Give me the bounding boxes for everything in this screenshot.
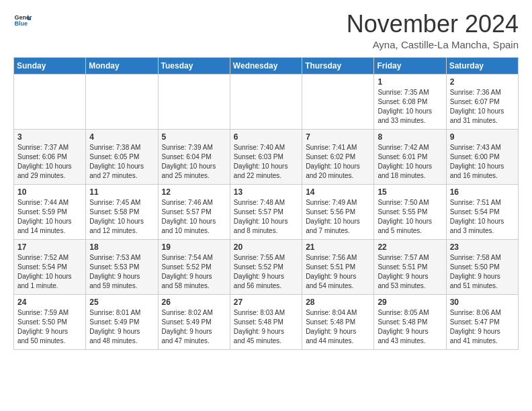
weekday-header-sunday: Sunday [14, 57, 86, 74]
day-number: 18 [89, 242, 154, 252]
calendar-cell: 3Sunrise: 7:37 AM Sunset: 6:06 PM Daylig… [14, 129, 86, 184]
calendar-cell: 15Sunrise: 7:50 AM Sunset: 5:55 PM Dayli… [374, 184, 446, 239]
calendar-cell [158, 74, 230, 129]
day-number: 19 [162, 242, 226, 252]
title-block: November 2024 Ayna, Castille-La Mancha, … [347, 11, 519, 50]
weekday-header-thursday: Thursday [302, 57, 374, 74]
day-number: 12 [162, 187, 226, 197]
day-number: 8 [378, 132, 442, 142]
weekday-header-saturday: Saturday [446, 57, 518, 74]
day-number: 25 [89, 298, 154, 307]
calendar-cell: 12Sunrise: 7:46 AM Sunset: 5:57 PM Dayli… [158, 184, 230, 239]
day-number: 24 [17, 298, 82, 307]
day-info: Sunrise: 8:04 AM Sunset: 5:48 PM Dayligh… [306, 308, 370, 346]
day-number: 13 [234, 187, 298, 197]
day-info: Sunrise: 7:48 AM Sunset: 5:57 PM Dayligh… [234, 198, 298, 236]
day-number: 2 [450, 77, 515, 87]
day-number: 28 [306, 298, 370, 307]
day-info: Sunrise: 7:42 AM Sunset: 6:01 PM Dayligh… [378, 143, 442, 181]
calendar-cell: 20Sunrise: 7:55 AM Sunset: 5:52 PM Dayli… [230, 239, 302, 294]
day-info: Sunrise: 7:38 AM Sunset: 6:05 PM Dayligh… [89, 143, 154, 181]
weekday-header-tuesday: Tuesday [158, 57, 230, 74]
day-number: 21 [306, 242, 370, 252]
day-number: 4 [89, 132, 154, 142]
day-number: 22 [378, 242, 442, 252]
calendar-cell: 22Sunrise: 7:57 AM Sunset: 5:51 PM Dayli… [374, 239, 446, 294]
day-number: 20 [234, 242, 298, 252]
calendar-cell [14, 74, 86, 129]
calendar-cell: 2Sunrise: 7:36 AM Sunset: 6:07 PM Daylig… [446, 74, 518, 129]
day-number: 14 [306, 187, 370, 197]
calendar-cell: 5Sunrise: 7:39 AM Sunset: 6:04 PM Daylig… [158, 129, 230, 184]
weekday-header-monday: Monday [86, 57, 158, 74]
calendar-cell: 25Sunrise: 8:01 AM Sunset: 5:49 PM Dayli… [86, 294, 158, 349]
calendar-cell: 23Sunrise: 7:58 AM Sunset: 5:50 PM Dayli… [446, 239, 518, 294]
calendar-cell: 28Sunrise: 8:04 AM Sunset: 5:48 PM Dayli… [302, 294, 374, 349]
day-info: Sunrise: 7:45 AM Sunset: 5:58 PM Dayligh… [89, 198, 154, 236]
calendar-cell [302, 74, 374, 129]
calendar-header-row: SundayMondayTuesdayWednesdayThursdayFrid… [14, 57, 519, 74]
day-number: 11 [89, 187, 154, 197]
calendar-cell: 6Sunrise: 7:40 AM Sunset: 6:03 PM Daylig… [230, 129, 302, 184]
page-container: General Blue November 2024 Ayna, Castill… [0, 0, 532, 357]
day-info: Sunrise: 7:50 AM Sunset: 5:55 PM Dayligh… [378, 198, 442, 236]
calendar-cell: 21Sunrise: 7:56 AM Sunset: 5:51 PM Dayli… [302, 239, 374, 294]
weekday-header-wednesday: Wednesday [230, 57, 302, 74]
calendar-cell: 17Sunrise: 7:52 AM Sunset: 5:54 PM Dayli… [14, 239, 86, 294]
day-info: Sunrise: 7:52 AM Sunset: 5:54 PM Dayligh… [17, 253, 82, 291]
calendar-cell: 10Sunrise: 7:44 AM Sunset: 5:59 PM Dayli… [14, 184, 86, 239]
day-info: Sunrise: 7:54 AM Sunset: 5:52 PM Dayligh… [162, 253, 226, 291]
calendar-cell [86, 74, 158, 129]
calendar-week-row: 24Sunrise: 7:59 AM Sunset: 5:50 PM Dayli… [14, 294, 519, 349]
day-info: Sunrise: 8:05 AM Sunset: 5:48 PM Dayligh… [378, 308, 442, 346]
calendar-cell: 16Sunrise: 7:51 AM Sunset: 5:54 PM Dayli… [446, 184, 518, 239]
day-number: 16 [450, 187, 515, 197]
calendar-week-row: 17Sunrise: 7:52 AM Sunset: 5:54 PM Dayli… [14, 239, 519, 294]
day-number: 10 [17, 187, 82, 197]
calendar-cell: 30Sunrise: 8:06 AM Sunset: 5:47 PM Dayli… [446, 294, 518, 349]
day-number: 17 [17, 242, 82, 252]
day-number: 3 [17, 132, 82, 142]
header: General Blue November 2024 Ayna, Castill… [13, 11, 519, 50]
day-info: Sunrise: 7:41 AM Sunset: 6:02 PM Dayligh… [306, 143, 370, 181]
calendar-week-row: 10Sunrise: 7:44 AM Sunset: 5:59 PM Dayli… [14, 184, 519, 239]
day-info: Sunrise: 8:02 AM Sunset: 5:49 PM Dayligh… [162, 308, 226, 346]
calendar-week-row: 1Sunrise: 7:35 AM Sunset: 6:08 PM Daylig… [14, 74, 519, 129]
logo: General Blue [13, 11, 32, 30]
day-number: 5 [162, 132, 226, 142]
day-number: 23 [450, 242, 515, 252]
day-info: Sunrise: 7:59 AM Sunset: 5:50 PM Dayligh… [17, 308, 82, 346]
calendar-cell: 8Sunrise: 7:42 AM Sunset: 6:01 PM Daylig… [374, 129, 446, 184]
month-title: November 2024 [347, 11, 519, 38]
day-info: Sunrise: 8:01 AM Sunset: 5:49 PM Dayligh… [89, 308, 154, 346]
day-info: Sunrise: 7:49 AM Sunset: 5:56 PM Dayligh… [306, 198, 370, 236]
day-number: 1 [378, 77, 442, 87]
subtitle: Ayna, Castille-La Mancha, Spain [347, 39, 519, 50]
calendar-table: SundayMondayTuesdayWednesdayThursdayFrid… [13, 57, 519, 350]
day-number: 6 [234, 132, 298, 142]
calendar-cell: 19Sunrise: 7:54 AM Sunset: 5:52 PM Dayli… [158, 239, 230, 294]
day-info: Sunrise: 7:40 AM Sunset: 6:03 PM Dayligh… [234, 143, 298, 181]
day-info: Sunrise: 7:37 AM Sunset: 6:06 PM Dayligh… [17, 143, 82, 181]
day-number: 15 [378, 187, 442, 197]
weekday-header-friday: Friday [374, 57, 446, 74]
calendar-week-row: 3Sunrise: 7:37 AM Sunset: 6:06 PM Daylig… [14, 129, 519, 184]
calendar-cell: 9Sunrise: 7:43 AM Sunset: 6:00 PM Daylig… [446, 129, 518, 184]
svg-text:Blue: Blue [14, 20, 28, 27]
day-number: 27 [234, 298, 298, 307]
day-info: Sunrise: 7:35 AM Sunset: 6:08 PM Dayligh… [378, 88, 442, 126]
day-info: Sunrise: 7:56 AM Sunset: 5:51 PM Dayligh… [306, 253, 370, 291]
day-number: 26 [162, 298, 226, 307]
calendar-cell: 14Sunrise: 7:49 AM Sunset: 5:56 PM Dayli… [302, 184, 374, 239]
day-info: Sunrise: 8:03 AM Sunset: 5:48 PM Dayligh… [234, 308, 298, 346]
calendar-cell: 11Sunrise: 7:45 AM Sunset: 5:58 PM Dayli… [86, 184, 158, 239]
calendar-cell: 4Sunrise: 7:38 AM Sunset: 6:05 PM Daylig… [86, 129, 158, 184]
day-info: Sunrise: 7:39 AM Sunset: 6:04 PM Dayligh… [162, 143, 226, 181]
day-info: Sunrise: 7:43 AM Sunset: 6:00 PM Dayligh… [450, 143, 515, 181]
day-info: Sunrise: 7:51 AM Sunset: 5:54 PM Dayligh… [450, 198, 515, 236]
calendar-cell: 29Sunrise: 8:05 AM Sunset: 5:48 PM Dayli… [374, 294, 446, 349]
calendar-cell: 18Sunrise: 7:53 AM Sunset: 5:53 PM Dayli… [86, 239, 158, 294]
day-info: Sunrise: 7:46 AM Sunset: 5:57 PM Dayligh… [162, 198, 226, 236]
calendar-cell: 1Sunrise: 7:35 AM Sunset: 6:08 PM Daylig… [374, 74, 446, 129]
day-number: 29 [378, 298, 442, 307]
